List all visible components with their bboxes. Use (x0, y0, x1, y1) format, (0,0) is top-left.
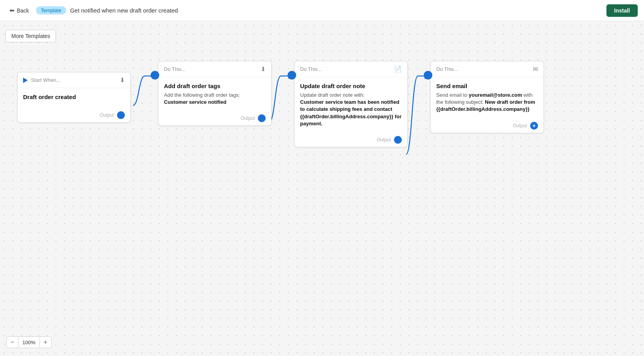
node-note-header: Do This... 📄 (295, 61, 407, 77)
install-button[interactable]: Install (606, 4, 638, 17)
back-icon: ⬅ (9, 7, 14, 14)
play-icon (23, 78, 28, 83)
node-tags-output-label: Output (241, 116, 255, 121)
email-icon: ✉ (533, 65, 538, 73)
zoom-controls: − 100% + (6, 336, 52, 348)
connector-dot-3 (424, 71, 432, 80)
node-start-output-label: Output (100, 112, 114, 118)
download-icon-1: ⬇ (120, 76, 125, 84)
node-start: Start When... ⬇ Draft order created Outp… (17, 72, 131, 123)
header-title: Get notified when new draft order create… (70, 7, 603, 14)
node-tags-desc: Add the following draft order tags: Cust… (164, 92, 266, 106)
back-button[interactable]: ⬅ Back (6, 5, 32, 16)
node-email-header: Do This... ✉ (431, 61, 543, 77)
back-label: Back (17, 7, 29, 14)
workflow-canvas: More Templates Start When... ⬇ Draft ord… (0, 21, 644, 356)
more-templates-button[interactable]: More Templates (5, 30, 56, 42)
node-tags-header: Do This... ⬇ (158, 61, 271, 77)
node-start-title: Draft order created (23, 94, 125, 100)
node-note: Do This... 📄 Update draft order note Upd… (294, 61, 408, 147)
template-badge: Template (36, 6, 66, 14)
node-note-header-left: Do This... (300, 66, 322, 72)
node-tags-header-left: Do This... (164, 66, 185, 72)
node-note-output-dot[interactable] (394, 136, 402, 144)
zoom-in-button[interactable]: + (40, 337, 51, 348)
node-email-body: Send email Send email to youremail@store… (431, 77, 543, 119)
node-tags-body: Add draft order tags Add the following d… (158, 77, 271, 111)
connector-dot-2 (288, 71, 296, 80)
node-note-desc: Update draft order note with: Customer s… (300, 92, 402, 127)
node-note-title: Update draft order note (300, 83, 402, 89)
connector-dot-1 (151, 71, 159, 80)
node-start-header-left: Start When... (23, 77, 61, 83)
node-email-output-label: Output (513, 123, 527, 128)
node-tags-output-dot[interactable] (258, 114, 266, 122)
node-note-output-label: Output (377, 137, 391, 143)
node-start-footer: Output (18, 108, 130, 122)
header: ⬅ Back Template Get notified when new dr… (0, 0, 644, 21)
node-note-footer: Output (295, 133, 407, 147)
node-email-title: Send email (436, 83, 538, 89)
node-email-label: Do This... (436, 66, 458, 72)
node-start-output-dot[interactable] (117, 111, 125, 119)
node-tags-title: Add draft order tags (164, 83, 266, 89)
node-email-footer: Output + (431, 119, 543, 133)
node-email: Do This... ✉ Send email Send email to yo… (430, 61, 544, 133)
node-email-desc: Send email to youremail@store.com with t… (436, 92, 538, 113)
zoom-out-button[interactable]: − (7, 337, 18, 348)
node-tags-label: Do This... (164, 66, 185, 72)
zoom-value: 100% (18, 337, 40, 348)
node-note-label: Do This... (300, 66, 322, 72)
node-start-label: Start When... (31, 77, 61, 83)
node-email-output-plus[interactable]: + (530, 122, 538, 130)
node-tags: Do This... ⬇ Add draft order tags Add th… (158, 61, 272, 126)
download-icon-2: ⬇ (261, 65, 266, 73)
document-icon: 📄 (394, 65, 402, 73)
node-note-body: Update draft order note Update draft ord… (295, 77, 407, 133)
node-tags-footer: Output (158, 111, 271, 125)
node-email-header-left: Do This... (436, 66, 458, 72)
node-start-body: Draft order created (18, 88, 130, 108)
node-start-header: Start When... ⬇ (18, 72, 130, 88)
